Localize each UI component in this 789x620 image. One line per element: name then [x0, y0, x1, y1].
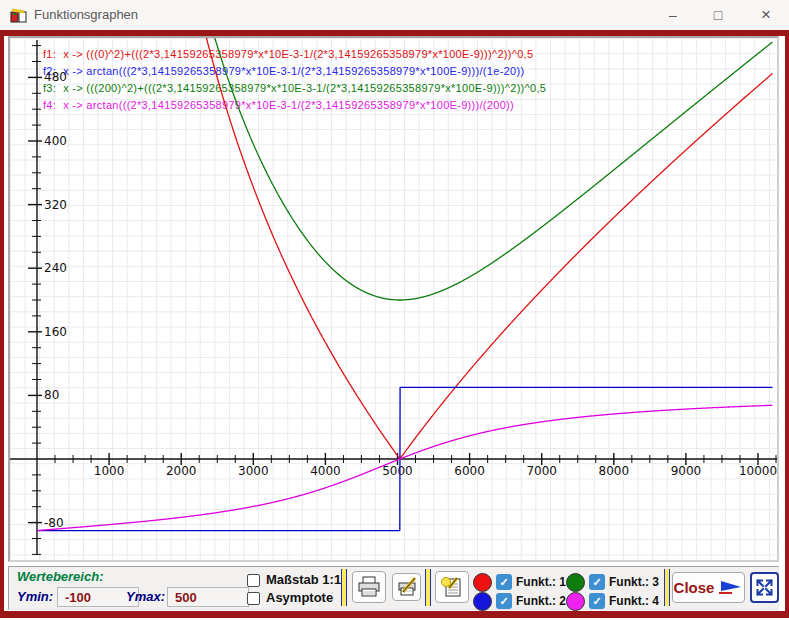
svg-text:10000: 10000	[739, 464, 777, 478]
window-title: Funktionsgraphen	[34, 0, 138, 30]
printer-icon	[357, 576, 381, 598]
ymax-label: Ymax:	[126, 589, 165, 604]
svg-text:6000: 6000	[454, 464, 485, 478]
f3-expression: x -> (((200)^2)+(((2*3,14159265358979*x*…	[63, 82, 546, 94]
svg-text:8000: 8000	[599, 464, 630, 478]
funktion-4-checkbox[interactable]: ✓	[589, 593, 605, 609]
funktion-4-label: Funkt.: 4	[609, 594, 659, 608]
svg-text:1000: 1000	[94, 464, 125, 478]
f2-label: f2:	[43, 65, 56, 77]
wertebereich-label: Wertebereich:	[17, 569, 103, 584]
svg-text:7000: 7000	[526, 464, 557, 478]
funktion-1-label: Funkt.: 1	[516, 575, 566, 589]
separator	[425, 569, 431, 606]
svg-text:240: 240	[44, 261, 67, 275]
titlebar[interactable]: Funktionsgraphen – □ ×	[0, 0, 789, 30]
svg-text:5000: 5000	[382, 464, 413, 478]
edit-functions-button[interactable]	[435, 571, 469, 603]
f1-expression: x -> (((0)^2)+(((2*3,14159265358979*x*10…	[63, 48, 533, 60]
funktion-1-color-dot	[473, 573, 492, 592]
funktion-4-color-dot	[566, 592, 585, 611]
f4-expression: x -> arctan(((2*3,14159265358979*x*10E-3…	[63, 99, 514, 111]
function-definition-f2: f2:x -> arctan(((2*3,14159265358979*x*10…	[43, 65, 524, 77]
function-graph: 1000200030004000500060007000800090001000…	[10, 38, 777, 560]
close-button[interactable]: Close	[672, 572, 745, 603]
window-border-bottom	[0, 611, 789, 618]
f3-label: f3:	[43, 82, 56, 94]
asymptote-checkbox[interactable]	[247, 592, 260, 605]
function-definition-f3: f3:x -> (((200)^2)+(((2*3,14159265358979…	[43, 82, 546, 94]
funktion-2-label: Funkt.: 2	[516, 594, 566, 608]
separator	[341, 569, 347, 606]
svg-text:400: 400	[44, 134, 67, 148]
printer-pencil-icon	[396, 577, 418, 597]
svg-text:80: 80	[44, 388, 59, 402]
f2-expression: x -> arctan(((2*3,14159265358979*x*10E-3…	[63, 65, 524, 77]
svg-text:320: 320	[44, 198, 67, 212]
function-definition-f1: f1:x -> (((0)^2)+(((2*3,14159265358979*x…	[43, 48, 533, 60]
plot-area[interactable]: f1:x -> (((0)^2)+(((2*3,14159265358979*x…	[8, 36, 779, 562]
fullscreen-button[interactable]	[750, 572, 779, 603]
svg-text:-80: -80	[44, 516, 64, 530]
funktion-3-label: Funkt.: 3	[609, 575, 659, 589]
minimize-button[interactable]: –	[662, 0, 684, 30]
funktionsgraphen-window: { "window": { "title": "Funktionsgraphen…	[0, 0, 789, 620]
masstab-checkbox[interactable]	[247, 574, 260, 587]
svg-text:4000: 4000	[310, 464, 341, 478]
app-icon	[10, 7, 27, 24]
funktion-1-checkbox[interactable]: ✓	[496, 574, 512, 590]
print-setup-button[interactable]	[392, 573, 421, 601]
separator	[664, 569, 670, 606]
close-arrow-icon	[719, 579, 743, 596]
f1-label: f1:	[43, 48, 56, 60]
window-border-left	[0, 30, 4, 618]
print-button[interactable]	[352, 571, 386, 603]
close-button-label: Close	[674, 579, 715, 596]
svg-text:3000: 3000	[238, 464, 269, 478]
expand-arrows-icon	[754, 577, 775, 598]
svg-text:2000: 2000	[166, 464, 197, 478]
funktion-3-color-dot	[566, 573, 585, 592]
footer-toolbar: Wertebereich: Ymin: Ymax: Maßstab 1:1 As…	[8, 566, 779, 610]
close-window-button[interactable]: ×	[755, 0, 777, 30]
maximize-button[interactable]: □	[707, 0, 729, 30]
funktion-2-checkbox[interactable]: ✓	[496, 593, 512, 609]
ymax-input[interactable]	[167, 587, 249, 607]
ymin-label: Ymin:	[17, 589, 53, 604]
svg-text:160: 160	[44, 325, 67, 339]
notes-pencil-icon	[440, 576, 464, 598]
asymptote-label: Asymptote	[266, 590, 333, 605]
masstab-label: Maßstab 1:1	[266, 572, 341, 587]
funktion-2-color-dot	[473, 592, 492, 611]
funktion-3-checkbox[interactable]: ✓	[589, 574, 605, 590]
function-definition-f4: f4:x -> arctan(((2*3,14159265358979*x*10…	[43, 99, 514, 111]
window-border-right	[785, 30, 789, 618]
svg-text:9000: 9000	[671, 464, 702, 478]
f4-label: f4:	[43, 99, 56, 111]
